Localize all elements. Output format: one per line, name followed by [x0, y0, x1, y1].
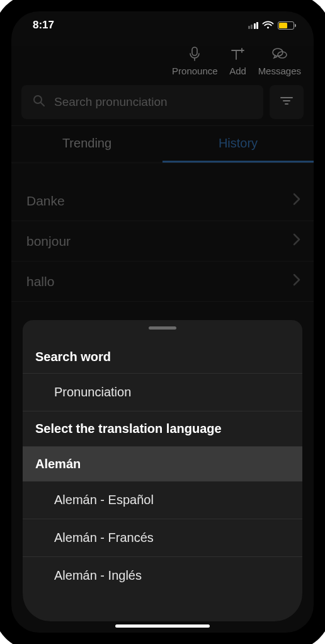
messages-button[interactable]: Messages: [258, 45, 301, 76]
background-content: Pronounce Add: [11, 39, 314, 302]
pronounce-button[interactable]: Pronounce: [172, 45, 218, 76]
language-option[interactable]: Alemán - Español: [23, 481, 302, 519]
device-frame: 8:17: [0, 0, 325, 644]
wifi-icon: [262, 21, 274, 30]
chevron-right-icon: [292, 233, 301, 250]
search-placeholder: Search pronunciation: [54, 95, 168, 109]
history-item[interactable]: Danke: [11, 181, 314, 221]
search-input[interactable]: Search pronunciation: [21, 85, 263, 119]
history-item-label: hallo: [26, 274, 54, 289]
screen: 8:17: [11, 11, 314, 633]
chevron-right-icon: [292, 273, 301, 290]
language-option[interactable]: Alemán - Francés: [23, 519, 302, 557]
sheet-grabber[interactable]: [149, 326, 176, 330]
history-item-label: Danke: [26, 193, 65, 209]
tabs: Trending History: [11, 125, 314, 163]
chat-icon: [271, 45, 288, 63]
search-icon: [33, 95, 45, 110]
filter-button[interactable]: [270, 85, 304, 119]
status-bar: 8:17: [11, 11, 314, 39]
home-indicator[interactable]: [115, 624, 210, 628]
search-row: Search pronunciation: [11, 80, 314, 125]
svg-rect-0: [192, 47, 197, 55]
top-toolbar: Pronounce Add: [11, 39, 314, 80]
microphone-icon: [186, 45, 203, 63]
tab-history[interactable]: History: [162, 126, 314, 163]
svg-point-3: [34, 96, 42, 103]
chevron-right-icon: [292, 192, 301, 209]
add-text-icon: [229, 45, 247, 63]
language-option[interactable]: Alemán - Inglés: [23, 557, 302, 594]
history-item[interactable]: hallo: [11, 262, 314, 302]
history-list: Danke bonjour hallo: [11, 163, 314, 302]
filter-icon: [280, 95, 294, 109]
add-button[interactable]: Add: [229, 45, 247, 76]
language-group-header[interactable]: Alemán: [23, 447, 302, 481]
status-time: 8:17: [33, 19, 54, 32]
add-label: Add: [229, 66, 246, 76]
status-right: [248, 21, 297, 30]
messages-label: Messages: [258, 66, 301, 76]
tab-trending[interactable]: Trending: [11, 126, 162, 163]
pronunciation-option[interactable]: Pronunciation: [23, 374, 302, 411]
battery-icon: [278, 21, 296, 30]
history-item-label: bonjour: [26, 234, 71, 249]
bottom-sheet: Search word Pronunciation Select the tra…: [23, 320, 302, 621]
pronounce-label: Pronounce: [172, 66, 218, 76]
cellular-icon: [248, 22, 259, 29]
history-item[interactable]: bonjour: [11, 221, 314, 262]
select-language-header: Select the translation language: [23, 411, 302, 447]
search-word-header: Search word: [23, 341, 302, 374]
